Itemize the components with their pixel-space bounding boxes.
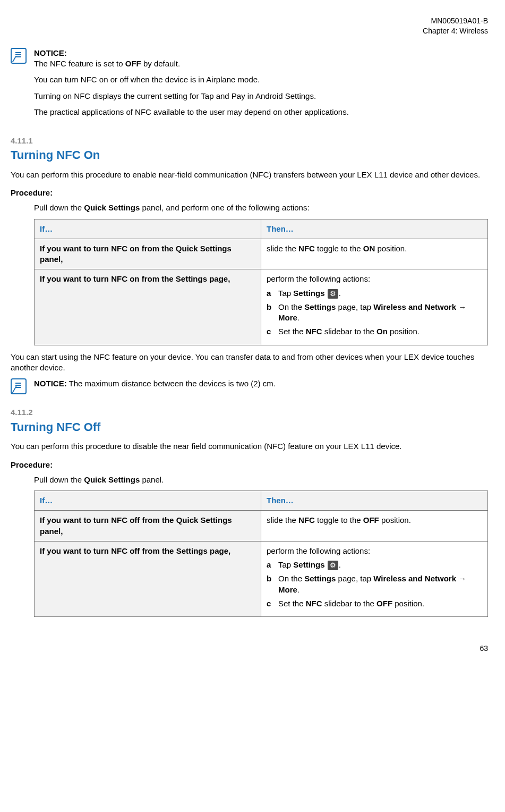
post-text: You can start using the NFC feature on y…: [11, 352, 488, 374]
action-cell: perform the following actions: a Tap Set…: [261, 541, 488, 616]
substep-list: a Tap Settings . b On the Settings page,…: [267, 560, 482, 609]
step-text: Tap Settings .: [278, 560, 482, 570]
th-then: Then…: [261, 219, 488, 239]
step-text: Tap Settings .: [278, 288, 482, 299]
th-if: If…: [35, 491, 261, 511]
procedure-label: Procedure:: [11, 188, 488, 198]
notice-text: The maximum distance between the devices…: [67, 379, 276, 388]
section-intro: You can perform this procedure to enable…: [11, 170, 488, 180]
notice-content: NOTICE: The NFC feature is set to OFF by…: [34, 48, 488, 123]
notice-content: NOTICE: The maximum distance between the…: [34, 378, 488, 394]
table-row: If you want to turn NFC on from the Quic…: [35, 239, 488, 269]
action-cell: slide the NFC toggle to the OFF position…: [261, 511, 488, 542]
notice-block: NOTICE: The maximum distance between the…: [11, 378, 488, 394]
substep-list: a Tap Settings . b On the Settings page,…: [267, 288, 482, 337]
condition-cell: If you want to turn NFC off from the Qui…: [35, 511, 261, 542]
step-text: On the Settings page, tap Wireless and N…: [278, 573, 482, 595]
th-if: If…: [35, 219, 261, 239]
settings-icon: [328, 289, 338, 299]
step-letter: b: [267, 573, 278, 595]
list-item: a Tap Settings .: [267, 288, 482, 299]
section-number: 4.11.1: [11, 136, 488, 146]
notice-text: Turning on NFC displays the current sett…: [34, 91, 488, 102]
section-intro: You can perform this procedure to disabl…: [11, 441, 488, 452]
condition-cell: If you want to turn NFC off from the Set…: [35, 541, 261, 616]
step-text: On the Settings page, tap Wireless and N…: [278, 302, 482, 324]
step-text: Set the NFC slidebar to the On position.: [278, 326, 482, 337]
page-number: 63: [11, 644, 488, 654]
step-letter: c: [267, 326, 278, 337]
notice-block: NOTICE: The NFC feature is set to OFF by…: [11, 48, 488, 123]
table-header-row: If… Then…: [35, 491, 488, 511]
table-row: If you want to turn NFC on from the Sett…: [35, 269, 488, 345]
list-item: b On the Settings page, tap Wireless and…: [267, 302, 482, 324]
th-then: Then…: [261, 491, 488, 511]
list-item: c Set the NFC slidebar to the OFF positi…: [267, 598, 482, 609]
doc-id: MN005019A01-B: [11, 16, 488, 26]
condition-cell: If you want to turn NFC on from the Sett…: [35, 269, 261, 345]
action-cell: slide the NFC toggle to the ON position.: [261, 239, 488, 269]
procedure-step: Pull down the Quick Settings panel, and …: [34, 202, 488, 213]
section-title: Turning NFC On: [11, 147, 488, 163]
procedure-label: Procedure:: [11, 460, 488, 470]
step-text: Set the NFC slidebar to the OFF position…: [278, 598, 482, 609]
page-header: MN005019A01-B Chapter 4: Wireless: [11, 16, 488, 36]
decision-table: If… Then… If you want to turn NFC off fr…: [34, 490, 488, 617]
notice-text: The NFC feature is set to OFF by default…: [34, 59, 180, 68]
list-item: c Set the NFC slidebar to the On positio…: [267, 326, 482, 337]
step-letter: a: [267, 288, 278, 299]
notice-label: NOTICE:: [34, 48, 67, 57]
procedure-step: Pull down the Quick Settings panel.: [34, 475, 488, 485]
notice-text: You can turn NFC on or off when the devi…: [34, 74, 488, 85]
notice-icon: [11, 378, 27, 394]
action-lead: perform the following actions:: [267, 274, 482, 284]
step-letter: c: [267, 598, 278, 609]
notice-text: The practical applications of NFC availa…: [34, 107, 488, 117]
condition-cell: If you want to turn NFC on from the Quic…: [35, 239, 261, 269]
action-lead: perform the following actions:: [267, 546, 482, 556]
list-item: a Tap Settings .: [267, 560, 482, 570]
table-header-row: If… Then…: [35, 219, 488, 239]
notice-label: NOTICE:: [34, 379, 67, 388]
section-title: Turning NFC Off: [11, 419, 488, 435]
step-letter: a: [267, 560, 278, 570]
table-row: If you want to turn NFC off from the Qui…: [35, 511, 488, 542]
step-letter: b: [267, 302, 278, 324]
chapter-label: Chapter 4: Wireless: [11, 26, 488, 36]
action-cell: perform the following actions: a Tap Set…: [261, 269, 488, 345]
notice-icon: [11, 48, 27, 64]
settings-icon: [328, 561, 338, 570]
list-item: b On the Settings page, tap Wireless and…: [267, 573, 482, 595]
decision-table: If… Then… If you want to turn NFC on fro…: [34, 219, 488, 345]
section-number: 4.11.2: [11, 407, 488, 418]
table-row: If you want to turn NFC off from the Set…: [35, 541, 488, 616]
